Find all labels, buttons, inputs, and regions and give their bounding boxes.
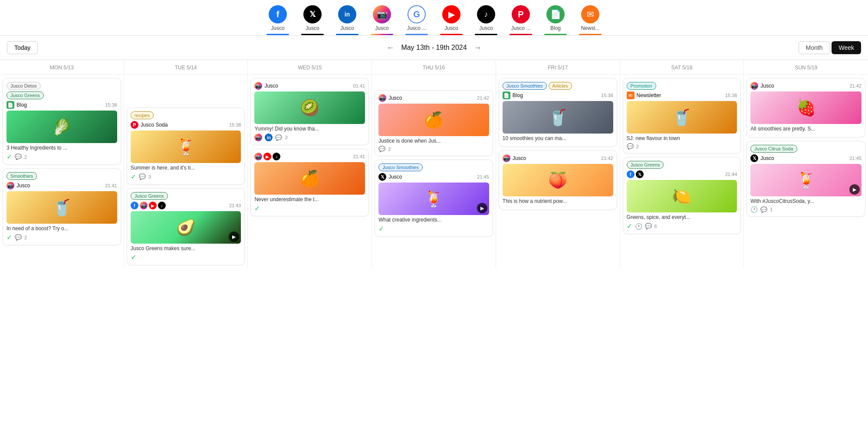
card-image: 🥑 ▶	[131, 211, 241, 244]
day-column-fri: FRI 5/17 Jusco Smoothies Articles 📄 Blog…	[496, 60, 620, 269]
tag-jusco-citrus-soda: Jusco Citrus Soda	[750, 145, 797, 153]
card[interactable]: Jusco Smoothies Articles 📄 Blog 15:38 🥤 …	[499, 78, 617, 147]
comment-icon: 💬	[139, 173, 146, 180]
card[interactable]: recipes P Jusco Soda 15:38 🍹 Summer is h…	[127, 108, 245, 185]
card-text: Summer is here, and it's ti...	[131, 165, 241, 171]
nav-item-tiktok[interactable]: ♪ Jusco	[469, 5, 503, 35]
card-time: 21:41	[105, 183, 117, 188]
week-nav: ← May 13th - 19th 2024 →	[386, 43, 481, 52]
linkedin-underline	[336, 34, 358, 35]
pinterest-underline	[510, 34, 532, 35]
card-time: 15:38	[725, 93, 737, 98]
card[interactable]: Jusco Detox Jusco Greens 📄 Blog 15:38 🥬 …	[3, 78, 121, 165]
card[interactable]: Jusco Greens f 📷 ▶ ♪ 21:43 🥑 ▶ Jusco Gre…	[127, 188, 245, 265]
google-icon: G	[408, 5, 426, 23]
nav-label-tiktok: Jusco	[479, 25, 493, 31]
platform-label: Jusco	[264, 83, 278, 89]
nav-label-blog: Blog	[550, 25, 561, 31]
card-text: Greens, spice, and everyt...	[627, 214, 737, 220]
tk-icon: ♪	[273, 153, 280, 160]
comment-count: 2	[388, 147, 391, 152]
card[interactable]: Jusco Greens f 𝕏 21:44 🍋 Greens, spice, …	[623, 157, 741, 234]
instagram-underline	[371, 34, 393, 35]
card-image: 🥤	[503, 101, 613, 134]
card[interactable]: 📷 Jusco 01:41 🥝 Yummy! Did you know tha.…	[250, 78, 369, 145]
nav-item-google[interactable]: G Jusco ...	[399, 5, 434, 35]
comment-count: 2	[636, 144, 639, 149]
card[interactable]: Jusco Smoothies 𝕏 Jusco 21:45 🍹 ▶ What c…	[375, 160, 493, 237]
week-view-button[interactable]: Week	[832, 41, 861, 54]
card-time: 21:42	[477, 95, 489, 101]
blog-platform-icon: 📄	[503, 91, 510, 99]
card[interactable]: Jusco Citrus Soda 𝕏 Jusco 21:45 🍹 ▶ With…	[746, 141, 865, 217]
youtube-underline	[440, 34, 463, 35]
card-text: 3 Healthy Ingredients to ...	[7, 145, 117, 151]
card[interactable]: Promotion ✉ Newsletter 15:38 🥤 SJ: new f…	[623, 78, 741, 153]
newsletter-icon: ✉	[581, 5, 599, 23]
card-time: 21:42	[601, 156, 613, 161]
card[interactable]: 📷 Jusco 21:42 🍑 This is how a nutrient p…	[499, 150, 617, 210]
platform-label: Jusco	[513, 155, 526, 161]
nav-item-twitter[interactable]: 𝕏 Jusco	[295, 5, 330, 35]
tw-platform-icon: 𝕏	[378, 173, 386, 181]
instagram-platform-icon: 📷	[7, 182, 14, 189]
card-time: 21:45	[849, 156, 861, 161]
tw-icon: 𝕏	[636, 170, 644, 178]
month-view-button[interactable]: Month	[799, 41, 830, 54]
blog-icon: 📄	[546, 5, 565, 23]
nav-item-instagram[interactable]: 📷 Jusco	[365, 5, 399, 35]
comment-icon: 💬	[15, 153, 22, 160]
video-badge: ▶	[229, 232, 239, 242]
card-time: 21:41	[353, 154, 365, 159]
nav-item-youtube[interactable]: ▶ Jusco	[434, 5, 469, 35]
nav-label-newsletter: Newsl...	[581, 25, 600, 31]
nav-label-twitter: Jusco	[306, 25, 319, 31]
platform-label: Blog	[513, 92, 523, 98]
comment-count: 3	[148, 174, 151, 179]
card[interactable]: 📷 ▶ ♪ 21:41 🍊 Never underestimate the t.…	[250, 149, 369, 216]
instagram-icon: 📷	[373, 5, 391, 23]
card[interactable]: 📷 Jusco 21:42 🍊 Justice is done when Jus…	[375, 90, 493, 156]
tag-jusco-smoothies: Jusco Smoothies	[378, 163, 423, 171]
check-mark: ✓	[627, 222, 632, 230]
tag-jusco-greens: Jusco Greens	[131, 192, 168, 200]
pinterest-platform-icon: P	[131, 121, 138, 129]
card-text: With #JuscoCitrusSoda, y...	[750, 198, 861, 204]
google-underline	[405, 34, 428, 35]
card-image: 🥤	[7, 191, 117, 224]
nav-item-newsletter[interactable]: ✉ Newsl...	[573, 5, 608, 35]
platform-label: Jusco Soda	[141, 122, 168, 128]
comment-icon: 💬	[627, 143, 634, 150]
card-text: Never underestimate the t...	[254, 196, 365, 202]
yt-icon: ▶	[149, 202, 157, 209]
platform-label: Blog	[16, 102, 27, 108]
nav-label-linkedin: Jusco	[340, 25, 354, 31]
calendar-header: Today ← May 13th - 19th 2024 → Month Wee…	[0, 36, 868, 60]
nav-item-pinterest[interactable]: P Jusco ...	[503, 5, 538, 35]
today-button[interactable]: Today	[7, 41, 38, 54]
fb-icon: f	[627, 170, 635, 178]
nav-label-google: Jusco ...	[407, 25, 427, 31]
card-text: All smoothies are pretty. S...	[750, 126, 861, 132]
card-image: 🍹 ▶	[378, 183, 489, 215]
card[interactable]: 📷 Jusco 21:42 🍓 All smoothies are pretty…	[746, 78, 865, 137]
newsletter-underline	[579, 34, 602, 35]
ig-footer-icon: 📷	[254, 134, 262, 141]
check-mark: ✓	[254, 204, 260, 212]
platform-label: Jusco	[760, 83, 774, 89]
twitter-underline	[301, 34, 324, 35]
prev-week-button[interactable]: ←	[386, 43, 394, 52]
nav-item-blog[interactable]: 📄 Blog	[538, 5, 573, 35]
facebook-icon: f	[269, 5, 287, 23]
next-week-button[interactable]: →	[474, 43, 482, 52]
card[interactable]: Smoothies 📷 Jusco 21:41 🥤 In need of a b…	[3, 168, 121, 245]
card-text: SJ: new flavour in town	[627, 135, 737, 141]
check-mark: ✓	[131, 253, 136, 261]
day-column-sat: SAT 5/18 Promotion ✉ Newsletter 15:38 🥤 …	[620, 60, 744, 269]
nav-label-instagram: Jusco	[375, 25, 388, 31]
nav-item-linkedin[interactable]: in Jusco	[330, 5, 365, 35]
comment-count: 3	[285, 135, 287, 140]
nav-item-facebook[interactable]: f Jusco	[260, 5, 295, 35]
tag-articles: Articles	[549, 82, 572, 90]
platform-label: Jusco	[388, 174, 402, 180]
